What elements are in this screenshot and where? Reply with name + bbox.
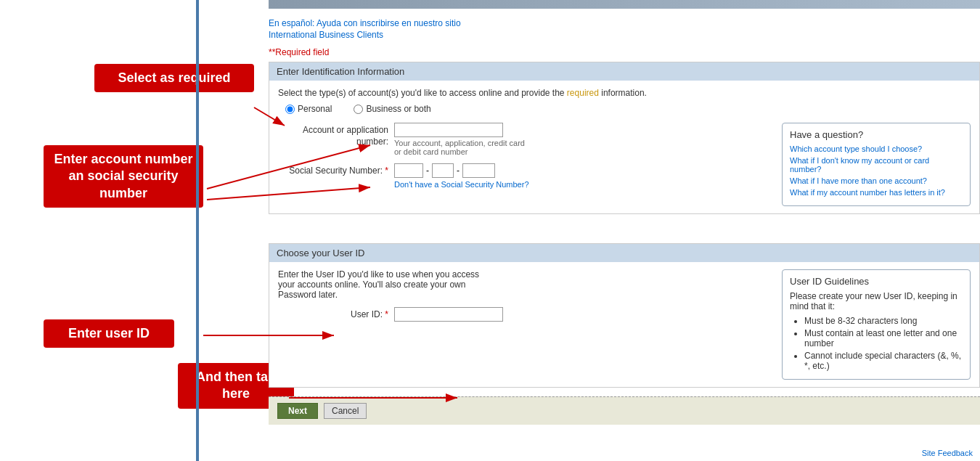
top-image-bar (269, 0, 980, 9)
annotation-area: Select as required Enter account number … (0, 0, 269, 461)
ssn-required-mark: * (385, 166, 388, 176)
userid-form-left: Enter the User ID you'd like to use when… (278, 269, 767, 380)
guideline-rule-3: Cannot include special characters (&, %,… (804, 351, 963, 371)
question-link-1[interactable]: Which account type should I choose? (790, 144, 963, 153)
annotation-enter-userid: Enter user ID (44, 319, 174, 348)
account-number-input[interactable] (394, 123, 503, 137)
userid-section: Choose your User ID Enter the User ID yo… (269, 243, 980, 388)
radio-personal-text: Personal (298, 104, 332, 114)
required-field-label: **Required field (269, 47, 980, 57)
guidelines-title: User ID Guidelines (790, 276, 963, 287)
userid-label: User ID: * (278, 307, 394, 321)
ssn-field-3[interactable] (462, 163, 495, 178)
form-left: Account or application number: Your acco… (278, 123, 767, 206)
account-hint: Your account, application, credit card o… (394, 139, 525, 156)
form-grid: Account or application number: Your acco… (278, 123, 971, 206)
ssn-row: Social Security Number: * - - (278, 163, 767, 189)
userid-form-grid: Enter the User ID you'd like to use when… (278, 269, 971, 380)
guidelines-list: Must be 8-32 characters long Must contai… (804, 316, 963, 371)
guidelines-box: User ID Guidelines Please create your ne… (782, 269, 971, 380)
cancel-button[interactable]: Cancel (324, 403, 367, 419)
spacer-1 (269, 223, 980, 237)
radio-business[interactable] (354, 105, 363, 114)
next-button[interactable]: Next (277, 403, 318, 419)
radio-personal-label[interactable]: Personal (285, 104, 332, 114)
userid-input-group (394, 307, 767, 322)
question-link-4[interactable]: What if my account number has letters in… (790, 188, 963, 197)
main-content: En español: Ayuda con inscribirse en nue… (269, 0, 980, 461)
identification-section-header: Enter Identification Information (269, 62, 979, 81)
userid-row: User ID: * (278, 307, 767, 322)
ssn-field-2[interactable] (432, 163, 454, 178)
userid-label-text: User ID: (351, 309, 383, 319)
question-box-title: Have a question? (790, 129, 963, 140)
userid-section-body: Enter the User ID you'd like to use when… (269, 262, 979, 387)
userid-required-mark: * (385, 309, 388, 319)
account-number-label: Account or application number: (278, 123, 394, 147)
form-right: Have a question? Which account type shou… (782, 123, 971, 206)
identification-section-body: Select the type(s) of account(s) you'd l… (269, 81, 979, 213)
ssn-group: - - (394, 163, 767, 178)
radio-business-label[interactable]: Business or both (354, 104, 430, 114)
espanol-link[interactable]: En español: Ayuda con inscribirse en nue… (269, 18, 980, 28)
userid-section-header: Choose your User ID (269, 244, 979, 262)
ssn-label: Social Security Number: * (278, 163, 394, 177)
guideline-rule-2: Must contain at least one letter and one… (804, 328, 963, 348)
question-link-3[interactable]: What if I have more than one account? (790, 176, 963, 185)
ssn-dash-1: - (426, 166, 429, 176)
userid-input[interactable] (394, 307, 503, 322)
international-link[interactable]: International Business Clients (269, 30, 980, 40)
annotation-enter-account: Enter account number an social security … (44, 145, 203, 208)
select-instruction: Select the type(s) of account(s) you'd l… (278, 88, 971, 98)
ssn-input-group: - - Don't have a Social Security Number? (394, 163, 767, 189)
identification-section: Enter Identification Information Select … (269, 62, 980, 214)
radio-row: Personal Business or both (285, 104, 971, 114)
ssn-label-text: Social Security Number: (289, 166, 383, 176)
provide-text: provide the (521, 88, 567, 98)
required-field-text: *Required field (272, 47, 330, 57)
header-links: En español: Ayuda con inscribirse en nue… (269, 15, 980, 47)
question-box: Have a question? Which account type shou… (782, 123, 971, 206)
account-input-group: Your account, application, credit card o… (394, 123, 767, 156)
userid-guidelines-right: User ID Guidelines Please create your ne… (782, 269, 971, 380)
account-number-row: Account or application number: Your acco… (278, 123, 767, 156)
guideline-rule-1: Must be 8-32 characters long (804, 316, 963, 326)
bottom-bar: Next Cancel (269, 396, 980, 425)
site-feedback-link[interactable]: Site Feedback (922, 449, 973, 457)
radio-business-text: Business or both (366, 104, 430, 114)
left-border (196, 0, 199, 461)
radio-personal[interactable] (285, 105, 295, 114)
ssn-link[interactable]: Don't have a Social Security Number? (394, 180, 767, 189)
userid-instruction: Enter the User ID you'd like to use when… (278, 269, 496, 300)
account-label-text: Account or application number: (303, 125, 388, 147)
ssn-field-1[interactable] (394, 163, 423, 178)
guidelines-desc: Please create your new User ID, keeping … (790, 291, 963, 311)
required-highlight: required (567, 88, 599, 98)
question-link-2[interactable]: What if I don't know my account or card … (790, 156, 963, 174)
annotation-select-required: Select as required (94, 64, 254, 92)
ssn-dash-2: - (457, 166, 460, 176)
